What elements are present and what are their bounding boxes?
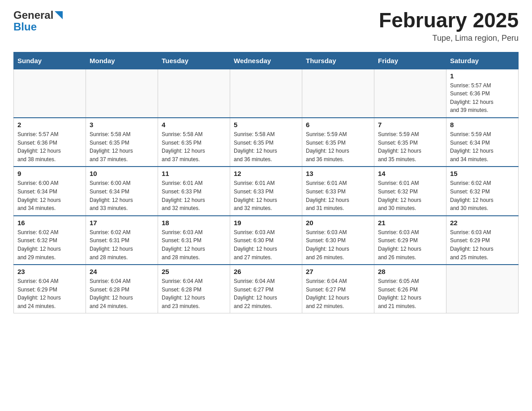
table-row: 16Sunrise: 6:02 AM Sunset: 6:32 PM Dayli… [14, 216, 86, 265]
day-info: Sunrise: 5:58 AM Sunset: 6:35 PM Dayligh… [90, 130, 154, 163]
day-info: Sunrise: 6:04 AM Sunset: 6:29 PM Dayligh… [17, 277, 82, 310]
day-number: 1 [450, 72, 515, 80]
day-info: Sunrise: 6:01 AM Sunset: 6:33 PM Dayligh… [162, 179, 226, 212]
day-number: 22 [450, 219, 515, 227]
day-info: Sunrise: 6:03 AM Sunset: 6:31 PM Dayligh… [162, 228, 226, 261]
header-saturday: Saturday [446, 52, 519, 69]
day-info: Sunrise: 6:04 AM Sunset: 6:27 PM Dayligh… [306, 277, 370, 310]
day-info: Sunrise: 6:00 AM Sunset: 6:34 PM Dayligh… [17, 179, 82, 212]
table-row [158, 69, 230, 118]
table-row: 23Sunrise: 6:04 AM Sunset: 6:29 PM Dayli… [14, 265, 86, 313]
day-number: 19 [234, 219, 298, 227]
day-number: 12 [234, 170, 298, 177]
logo-blue-text: Blue [13, 21, 63, 32]
table-row: 13Sunrise: 6:01 AM Sunset: 6:33 PM Dayli… [302, 167, 374, 215]
svg-marker-0 [55, 11, 63, 19]
table-row: 19Sunrise: 6:03 AM Sunset: 6:30 PM Dayli… [230, 216, 302, 265]
table-row [446, 265, 519, 313]
logo-general-text: General [13, 9, 53, 21]
logo-arrow-icon [55, 11, 63, 19]
day-number: 10 [90, 170, 154, 177]
calendar-table: Sunday Monday Tuesday Wednesday Thursday… [13, 52, 519, 314]
table-row: 9Sunrise: 6:00 AM Sunset: 6:34 PM Daylig… [14, 167, 86, 215]
day-number: 24 [90, 268, 154, 275]
table-row [302, 69, 374, 118]
table-row: 1Sunrise: 5:57 AM Sunset: 6:36 PM Daylig… [446, 69, 519, 118]
header-thursday: Thursday [302, 52, 374, 69]
header-wednesday: Wednesday [230, 52, 302, 69]
table-row: 24Sunrise: 6:04 AM Sunset: 6:28 PM Dayli… [86, 265, 158, 313]
day-number: 15 [450, 170, 515, 177]
calendar-week-row: 23Sunrise: 6:04 AM Sunset: 6:29 PM Dayli… [14, 265, 519, 313]
table-row: 18Sunrise: 6:03 AM Sunset: 6:31 PM Dayli… [158, 216, 230, 265]
calendar-week-row: 1Sunrise: 5:57 AM Sunset: 6:36 PM Daylig… [14, 69, 519, 118]
header-monday: Monday [86, 52, 158, 69]
day-info: Sunrise: 6:01 AM Sunset: 6:33 PM Dayligh… [306, 179, 370, 212]
day-number: 27 [306, 268, 370, 275]
day-info: Sunrise: 5:59 AM Sunset: 6:34 PM Dayligh… [450, 130, 515, 163]
location-subtitle: Tupe, Lima region, Peru [379, 34, 519, 43]
day-number: 9 [17, 170, 82, 177]
day-info: Sunrise: 5:59 AM Sunset: 6:35 PM Dayligh… [378, 130, 442, 163]
header-tuesday: Tuesday [158, 52, 230, 69]
day-info: Sunrise: 6:02 AM Sunset: 6:32 PM Dayligh… [17, 228, 82, 261]
day-number: 18 [162, 219, 226, 227]
table-row: 8Sunrise: 5:59 AM Sunset: 6:34 PM Daylig… [446, 118, 519, 167]
day-info: Sunrise: 6:04 AM Sunset: 6:28 PM Dayligh… [90, 277, 154, 310]
table-row: 25Sunrise: 6:04 AM Sunset: 6:28 PM Dayli… [158, 265, 230, 313]
day-info: Sunrise: 6:03 AM Sunset: 6:29 PM Dayligh… [378, 228, 442, 261]
day-info: Sunrise: 6:02 AM Sunset: 6:32 PM Dayligh… [450, 179, 515, 212]
day-number: 4 [162, 121, 226, 128]
table-row: 15Sunrise: 6:02 AM Sunset: 6:32 PM Dayli… [446, 167, 519, 215]
page-header: General Blue February 2025 Tupe, Lima re… [13, 9, 519, 43]
day-number: 26 [234, 268, 298, 275]
header-friday: Friday [374, 52, 446, 69]
table-row: 11Sunrise: 6:01 AM Sunset: 6:33 PM Dayli… [158, 167, 230, 215]
day-info: Sunrise: 6:01 AM Sunset: 6:33 PM Dayligh… [234, 179, 298, 212]
table-row: 4Sunrise: 5:58 AM Sunset: 6:35 PM Daylig… [158, 118, 230, 167]
day-info: Sunrise: 5:58 AM Sunset: 6:35 PM Dayligh… [162, 130, 226, 163]
day-info: Sunrise: 6:00 AM Sunset: 6:34 PM Dayligh… [90, 179, 154, 212]
calendar-week-row: 2Sunrise: 5:57 AM Sunset: 6:36 PM Daylig… [14, 118, 519, 167]
day-number: 7 [378, 121, 442, 128]
table-row [230, 69, 302, 118]
day-info: Sunrise: 6:02 AM Sunset: 6:31 PM Dayligh… [90, 228, 154, 261]
day-number: 8 [450, 121, 515, 128]
day-number: 21 [378, 219, 442, 227]
day-info: Sunrise: 6:04 AM Sunset: 6:27 PM Dayligh… [234, 277, 298, 310]
header-sunday: Sunday [14, 52, 86, 69]
title-section: February 2025 Tupe, Lima region, Peru [379, 9, 519, 43]
logo: General Blue [13, 9, 63, 32]
table-row: 7Sunrise: 5:59 AM Sunset: 6:35 PM Daylig… [374, 118, 446, 167]
calendar-week-row: 9Sunrise: 6:00 AM Sunset: 6:34 PM Daylig… [14, 167, 519, 215]
day-info: Sunrise: 5:57 AM Sunset: 6:36 PM Dayligh… [17, 130, 82, 163]
day-number: 25 [162, 268, 226, 275]
day-number: 5 [234, 121, 298, 128]
day-number: 23 [17, 268, 82, 275]
day-number: 3 [90, 121, 154, 128]
day-info: Sunrise: 5:59 AM Sunset: 6:35 PM Dayligh… [306, 130, 370, 163]
table-row: 17Sunrise: 6:02 AM Sunset: 6:31 PM Dayli… [86, 216, 158, 265]
day-number: 28 [378, 268, 442, 275]
table-row: 12Sunrise: 6:01 AM Sunset: 6:33 PM Dayli… [230, 167, 302, 215]
table-row: 27Sunrise: 6:04 AM Sunset: 6:27 PM Dayli… [302, 265, 374, 313]
day-info: Sunrise: 6:05 AM Sunset: 6:26 PM Dayligh… [378, 277, 442, 310]
day-info: Sunrise: 6:03 AM Sunset: 6:29 PM Dayligh… [450, 228, 515, 261]
table-row [374, 69, 446, 118]
table-row: 20Sunrise: 6:03 AM Sunset: 6:30 PM Dayli… [302, 216, 374, 265]
day-info: Sunrise: 6:04 AM Sunset: 6:28 PM Dayligh… [162, 277, 226, 310]
table-row: 21Sunrise: 6:03 AM Sunset: 6:29 PM Dayli… [374, 216, 446, 265]
table-row: 14Sunrise: 6:01 AM Sunset: 6:32 PM Dayli… [374, 167, 446, 215]
table-row [14, 69, 86, 118]
day-number: 20 [306, 219, 370, 227]
table-row: 26Sunrise: 6:04 AM Sunset: 6:27 PM Dayli… [230, 265, 302, 313]
day-number: 13 [306, 170, 370, 177]
calendar-week-row: 16Sunrise: 6:02 AM Sunset: 6:32 PM Dayli… [14, 216, 519, 265]
day-number: 16 [17, 219, 82, 227]
day-info: Sunrise: 5:58 AM Sunset: 6:35 PM Dayligh… [234, 130, 298, 163]
table-row: 2Sunrise: 5:57 AM Sunset: 6:36 PM Daylig… [14, 118, 86, 167]
weekday-header-row: Sunday Monday Tuesday Wednesday Thursday… [14, 52, 519, 69]
day-number: 11 [162, 170, 226, 177]
table-row: 6Sunrise: 5:59 AM Sunset: 6:35 PM Daylig… [302, 118, 374, 167]
table-row: 22Sunrise: 6:03 AM Sunset: 6:29 PM Dayli… [446, 216, 519, 265]
